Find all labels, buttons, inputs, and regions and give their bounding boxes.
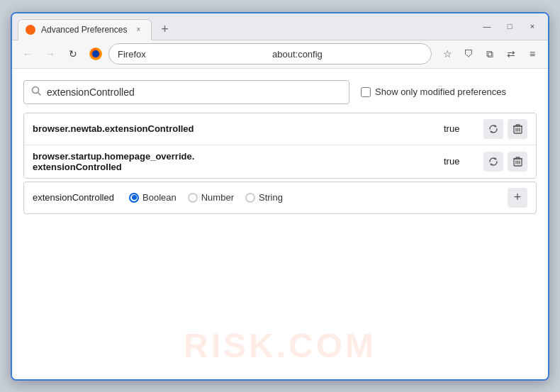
reset-icon (488, 157, 498, 167)
window-controls: — □ × (477, 19, 542, 33)
pref-value-2: true (444, 156, 472, 167)
tab-label: Advanced Preferences (41, 25, 127, 35)
extensions-icon-button[interactable]: ⧉ (480, 44, 500, 64)
show-modified-checkbox[interactable] (361, 87, 371, 97)
type-string-option[interactable]: String (245, 192, 283, 203)
string-label: String (259, 192, 283, 203)
preferences-search-box[interactable] (23, 80, 349, 104)
minimize-button[interactable]: — (477, 19, 497, 33)
tab-area: Advanced Preferences × + (18, 13, 471, 40)
maximize-button[interactable]: □ (500, 19, 520, 33)
svg-point-1 (92, 50, 99, 57)
url-display: about:config (272, 49, 422, 60)
reset-pref-2-button[interactable] (483, 152, 503, 172)
pocket-icon-button[interactable]: ⛉ (459, 44, 478, 64)
delete-pref-1-button[interactable] (508, 119, 527, 139)
title-bar: Advanced Preferences × + — □ × (12, 13, 548, 40)
table-row: browser.newtab.extensionControlled true (24, 113, 536, 145)
browser-window: Advanced Preferences × + — □ × ← → ↻ Fir… (11, 12, 549, 381)
pref-actions-1 (483, 119, 527, 139)
svg-line-3 (38, 93, 41, 96)
boolean-radio-circle[interactable] (129, 193, 139, 203)
number-label: Number (201, 192, 234, 203)
pref-name-1: browser.newtab.extensionControlled (33, 123, 444, 134)
back-button[interactable]: ← (18, 44, 38, 64)
delete-pref-2-button[interactable] (508, 152, 527, 172)
type-boolean-option[interactable]: Boolean (129, 192, 177, 203)
search-icon (31, 86, 41, 98)
menu-button[interactable]: ≡ (522, 44, 542, 64)
add-preference-button[interactable]: + (508, 188, 527, 208)
show-modified-label: Show only modified preferences (375, 86, 506, 97)
pref-name-2: browser.startup.homepage_override. exten… (33, 151, 444, 172)
address-bar[interactable]: Firefox about:config (108, 43, 432, 65)
content-area: RISK.COM Show only modified preferences (12, 69, 548, 379)
show-modified-checkbox-label[interactable]: Show only modified preferences (361, 86, 506, 97)
reset-pref-1-button[interactable] (483, 119, 503, 139)
new-preference-row: extensionControlled Boolean Number Strin… (23, 181, 537, 214)
table-row: browser.startup.homepage_override. exten… (24, 145, 536, 178)
pref-actions-2 (483, 152, 527, 172)
boolean-label: Boolean (142, 192, 177, 203)
pref-value-1: true (444, 123, 472, 134)
type-radio-group: Boolean Number String (129, 192, 283, 203)
string-radio-circle[interactable] (245, 193, 255, 203)
browser-name: Firefox (118, 49, 268, 60)
nav-bar: ← → ↻ Firefox about:config ☆ ⛉ ⧉ ⇄ ≡ (12, 40, 548, 69)
nav-toolbar-icons: ☆ ⛉ ⧉ ⇄ ≡ (437, 44, 542, 64)
search-input[interactable] (47, 86, 342, 98)
reset-icon (488, 124, 498, 134)
preferences-table: browser.newtab.extensionControlled true (23, 113, 537, 179)
forward-button[interactable]: → (40, 44, 60, 64)
watermark: RISK.COM (184, 326, 376, 365)
new-tab-button[interactable]: + (155, 20, 174, 40)
new-pref-name: extensionControlled (33, 192, 118, 203)
window-close-button[interactable]: × (522, 19, 542, 33)
active-tab[interactable]: Advanced Preferences × (18, 19, 152, 40)
sync-icon-button[interactable]: ⇄ (501, 44, 521, 64)
tab-close-button[interactable]: × (133, 24, 144, 35)
search-row: Show only modified preferences (23, 80, 537, 104)
bookmark-icon-button[interactable]: ☆ (437, 44, 457, 64)
firefox-logo-icon (89, 47, 103, 61)
delete-icon (513, 124, 522, 134)
reload-button[interactable]: ↻ (63, 44, 83, 64)
tab-favicon (26, 25, 35, 35)
type-number-option[interactable]: Number (188, 192, 234, 203)
delete-icon (513, 157, 522, 167)
number-radio-circle[interactable] (188, 193, 198, 203)
